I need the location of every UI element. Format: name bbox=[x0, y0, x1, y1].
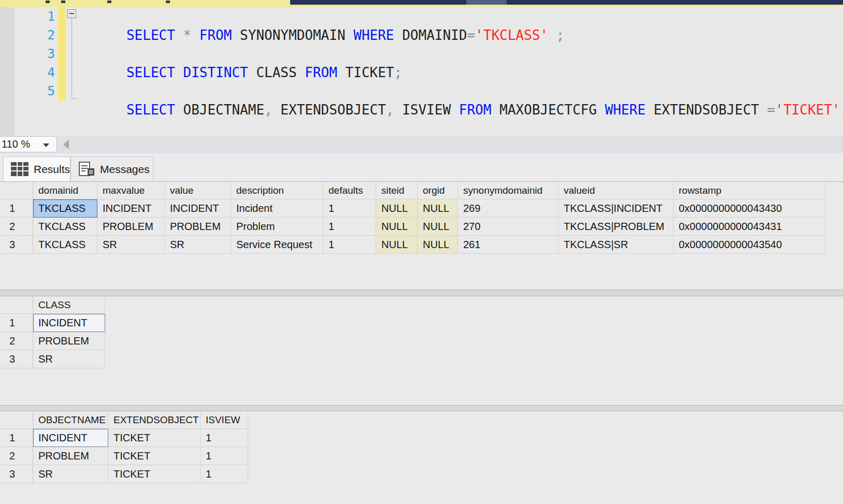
sql-token: = bbox=[467, 27, 475, 43]
row-number[interactable]: 1 bbox=[0, 314, 33, 332]
grid-cell[interactable]: TKCLASS bbox=[33, 236, 97, 254]
tab-messages[interactable]: Messages bbox=[70, 156, 153, 181]
message-list-icon bbox=[78, 161, 95, 178]
grid-cell-null[interactable]: NULL bbox=[418, 218, 458, 236]
editor-horizontal-scrollbar[interactable]: 110 % bbox=[0, 136, 843, 153]
grid-cell[interactable]: 1 bbox=[201, 465, 248, 483]
grid-cell[interactable]: 270 bbox=[458, 218, 559, 236]
grid-cell[interactable]: PROBLEM bbox=[33, 332, 105, 350]
column-header-class[interactable]: CLASS bbox=[33, 296, 105, 314]
editor-zoom-combobox[interactable]: 110 % bbox=[0, 136, 57, 152]
row-number[interactable]: 1 bbox=[0, 199, 33, 218]
select-all-corner[interactable] bbox=[0, 411, 33, 429]
ssms-query-window: 1 2 3 4 5 SELECT * FROM SYNONYMDOMAIN WH… bbox=[0, 0, 843, 504]
grid-cell-null[interactable]: NULL bbox=[418, 236, 458, 254]
grid-cell[interactable]: SR bbox=[165, 236, 231, 254]
grid-cell[interactable]: 1 bbox=[201, 447, 248, 465]
grid-cell[interactable]: 0x0000000000043431 bbox=[674, 218, 825, 236]
grid-cell[interactable]: TICKET bbox=[108, 447, 201, 465]
grid-cell-null[interactable]: NULL bbox=[376, 199, 418, 218]
line-number-5: 5 bbox=[15, 82, 55, 100]
title-bar-fragment-light bbox=[466, 0, 507, 5]
zoom-level-value: 110 % bbox=[2, 138, 30, 150]
column-header-isview[interactable]: ISVIEW bbox=[201, 411, 248, 429]
scroll-left-button[interactable] bbox=[63, 140, 69, 149]
grid-cell[interactable]: PROBLEM bbox=[33, 447, 108, 465]
row-number[interactable]: 3 bbox=[0, 236, 33, 254]
grid-cell[interactable]: 261 bbox=[458, 236, 559, 254]
column-header-synonymdomainid[interactable]: synonymdomainid bbox=[458, 182, 559, 199]
grid-cell[interactable]: 1 bbox=[323, 236, 376, 254]
sql-token bbox=[191, 27, 199, 43]
sql-token: SELECT bbox=[126, 102, 175, 118]
column-header-objectname[interactable]: OBJECTNAME bbox=[33, 411, 108, 429]
result-grid-3: OBJECTNAME EXTENDSOBJECT ISVIEW 1 INCIDE… bbox=[0, 411, 843, 504]
sql-line-5[interactable]: SELECT OBJECTNAME, EXTENDSOBJECT, ISVIEW… bbox=[78, 82, 843, 100]
results-tabstrip: Results Messages bbox=[0, 153, 843, 181]
sql-editor[interactable]: 1 2 3 4 5 SELECT * FROM SYNONYMDOMAIN WH… bbox=[0, 7, 843, 136]
grid-cell[interactable]: SR bbox=[33, 350, 105, 368]
select-all-corner[interactable] bbox=[0, 182, 33, 199]
column-header-valueid[interactable]: valueid bbox=[559, 182, 674, 199]
grid-cell[interactable]: TKCLASS|INCIDENT bbox=[559, 199, 674, 218]
grid-cell-null[interactable]: NULL bbox=[376, 218, 418, 236]
grid-cell[interactable]: SR bbox=[33, 465, 108, 483]
sql-token: MAXOBJECTCFG bbox=[491, 102, 605, 118]
grid-cell-focused[interactable]: INCIDENT bbox=[33, 314, 105, 332]
grid-cell[interactable]: 1 bbox=[323, 218, 376, 236]
row-number[interactable]: 2 bbox=[0, 218, 33, 236]
grid-cell[interactable]: 269 bbox=[458, 199, 559, 218]
grid-cell[interactable]: 0x0000000000043430 bbox=[674, 199, 825, 218]
grid-cell[interactable]: TICKET bbox=[108, 429, 201, 447]
grid-cell[interactable]: TKCLASS|PROBLEM bbox=[559, 218, 674, 236]
column-header-defaults[interactable]: defaults bbox=[323, 182, 376, 199]
column-header-siteid[interactable]: siteid bbox=[376, 182, 418, 199]
grid-cell[interactable]: TKCLASS bbox=[33, 218, 97, 236]
row-number[interactable]: 3 bbox=[0, 350, 33, 368]
grid-cell[interactable]: TICKET bbox=[108, 465, 201, 483]
column-header-rowstamp[interactable]: rowstamp bbox=[674, 182, 825, 199]
column-header-value[interactable]: value bbox=[165, 182, 231, 199]
sql-token bbox=[175, 65, 183, 80]
column-header-extendsobject[interactable]: EXTENDSOBJECT bbox=[108, 411, 201, 429]
grid-cell[interactable]: TKCLASS|SR bbox=[559, 236, 674, 254]
column-header-maxvalue[interactable]: maxvalue bbox=[97, 182, 165, 199]
table-row: 3 SR TICKET 1 bbox=[0, 465, 843, 483]
sql-token: OBJECTNAME bbox=[175, 102, 264, 118]
sql-token: , bbox=[386, 102, 394, 118]
sql-token: CLASS bbox=[248, 65, 305, 80]
row-number[interactable]: 1 bbox=[0, 429, 33, 447]
tab-results[interactable]: Results bbox=[3, 156, 70, 181]
grid-cell[interactable]: PROBLEM bbox=[165, 218, 231, 236]
grid-cell[interactable]: 1 bbox=[323, 199, 376, 218]
row-number[interactable]: 2 bbox=[0, 447, 33, 465]
grid-cell-focused[interactable]: INCIDENT bbox=[33, 429, 108, 447]
sql-line-3[interactable]: SELECT DISTINCT CLASS FROM TICKET; bbox=[78, 45, 402, 63]
grid-cell[interactable]: SR bbox=[97, 236, 165, 254]
table-row: 1 INCIDENT TICKET 1 bbox=[0, 429, 843, 447]
line-number-4: 4 bbox=[15, 63, 55, 82]
grid-cell[interactable]: 1 bbox=[201, 429, 248, 447]
sql-line-1[interactable]: SELECT * FROM SYNONYMDOMAIN WHERE DOMAIN… bbox=[78, 7, 564, 26]
grid-cell[interactable]: INCIDENT bbox=[97, 199, 165, 218]
grid-cell-null[interactable]: NULL bbox=[418, 199, 458, 218]
select-all-corner[interactable] bbox=[0, 296, 33, 314]
column-header-domainid[interactable]: domainid bbox=[33, 182, 97, 199]
grid-splitter[interactable] bbox=[0, 290, 843, 296]
sql-token: = bbox=[767, 102, 776, 118]
grid-cell-null[interactable]: NULL bbox=[376, 236, 418, 254]
column-header-description[interactable]: description bbox=[231, 182, 323, 199]
grid-cell[interactable]: PROBLEM bbox=[97, 218, 165, 236]
grid-cell-selected[interactable]: TKCLASS bbox=[33, 199, 97, 218]
grid-cell[interactable]: INCIDENT bbox=[165, 199, 231, 218]
grid-cell[interactable]: Problem bbox=[231, 218, 323, 236]
grid-cell[interactable]: Service Request bbox=[231, 236, 323, 254]
grid-cell[interactable]: 0x0000000000043540 bbox=[674, 236, 825, 254]
table-row: 1 INCIDENT bbox=[0, 314, 843, 332]
row-number[interactable]: 2 bbox=[0, 332, 33, 350]
grid-splitter[interactable] bbox=[0, 406, 843, 411]
row-number[interactable]: 3 bbox=[0, 465, 33, 483]
grid-cell[interactable]: Incident bbox=[231, 199, 323, 218]
collapse-region-toggle[interactable] bbox=[67, 9, 76, 18]
column-header-orgid[interactable]: orgid bbox=[418, 182, 458, 199]
